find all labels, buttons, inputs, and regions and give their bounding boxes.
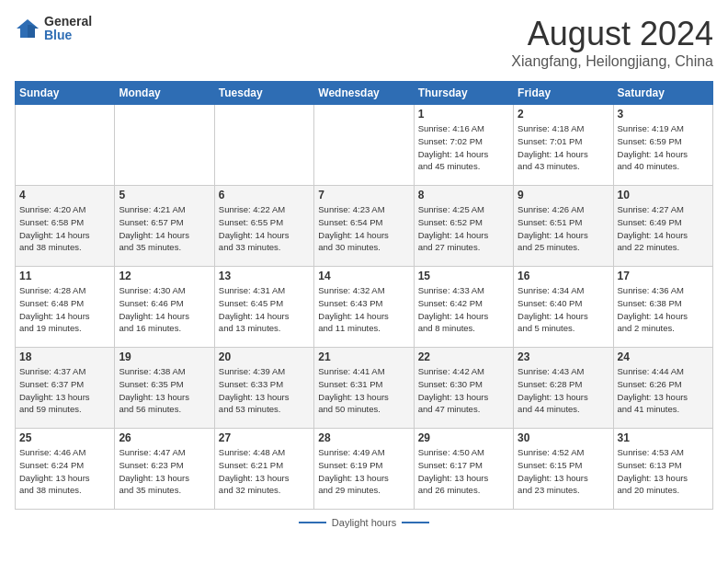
day-info: Sunrise: 4:47 AM Sunset: 6:23 PM Dayligh… (119, 446, 210, 497)
day-info: Sunrise: 4:39 AM Sunset: 6:33 PM Dayligh… (219, 365, 310, 416)
day-number: 16 (518, 270, 609, 282)
calendar-cell: 8Sunrise: 4:25 AM Sunset: 6:52 PM Daylig… (414, 186, 513, 267)
day-info: Sunrise: 4:22 AM Sunset: 6:55 PM Dayligh… (219, 203, 310, 254)
day-info: Sunrise: 4:28 AM Sunset: 6:48 PM Dayligh… (19, 284, 110, 335)
calendar-cell: 18Sunrise: 4:37 AM Sunset: 6:37 PM Dayli… (16, 348, 115, 429)
day-number: 1 (418, 108, 509, 121)
day-info: Sunrise: 4:16 AM Sunset: 7:02 PM Dayligh… (418, 122, 509, 173)
day-info: Sunrise: 4:48 AM Sunset: 6:21 PM Dayligh… (219, 446, 310, 497)
calendar-cell: 15Sunrise: 4:33 AM Sunset: 6:42 PM Dayli… (414, 267, 513, 348)
day-info: Sunrise: 4:50 AM Sunset: 6:17 PM Dayligh… (418, 446, 509, 497)
day-info: Sunrise: 4:53 AM Sunset: 6:13 PM Dayligh… (618, 446, 709, 497)
day-number: 9 (518, 189, 609, 201)
calendar-cell: 16Sunrise: 4:34 AM Sunset: 6:40 PM Dayli… (514, 267, 613, 348)
day-number: 21 (318, 350, 409, 363)
day-number: 23 (518, 350, 609, 363)
calendar-cell: 14Sunrise: 4:32 AM Sunset: 6:43 PM Dayli… (314, 267, 414, 348)
footer-label: Daylight hours (332, 517, 396, 528)
col-header-tuesday: Tuesday (214, 82, 313, 105)
day-number: 6 (219, 189, 310, 201)
calendar-cell: 25Sunrise: 4:46 AM Sunset: 6:24 PM Dayli… (16, 429, 115, 510)
day-number: 26 (119, 431, 210, 444)
calendar-cell: 27Sunrise: 4:48 AM Sunset: 6:21 PM Dayli… (214, 429, 313, 510)
calendar-cell (115, 105, 214, 186)
footer-line (299, 522, 326, 523)
calendar-cell: 10Sunrise: 4:27 AM Sunset: 6:49 PM Dayli… (613, 186, 712, 267)
day-number: 20 (219, 350, 310, 363)
day-number: 8 (418, 189, 509, 201)
calendar-header-row: SundayMondayTuesdayWednesdayThursdayFrid… (16, 82, 713, 105)
calendar-cell: 17Sunrise: 4:36 AM Sunset: 6:38 PM Dayli… (613, 267, 712, 348)
calendar-cell: 19Sunrise: 4:38 AM Sunset: 6:35 PM Dayli… (115, 348, 214, 429)
day-number: 24 (618, 350, 709, 363)
col-header-wednesday: Wednesday (314, 82, 414, 105)
day-info: Sunrise: 4:31 AM Sunset: 6:45 PM Dayligh… (219, 284, 310, 335)
svg-marker-1 (28, 25, 39, 38)
day-info: Sunrise: 4:43 AM Sunset: 6:28 PM Dayligh… (518, 365, 609, 416)
day-info: Sunrise: 4:37 AM Sunset: 6:37 PM Dayligh… (19, 365, 110, 416)
day-number: 30 (518, 431, 609, 444)
calendar-cell: 30Sunrise: 4:52 AM Sunset: 6:15 PM Dayli… (514, 429, 613, 510)
calendar-cell (314, 105, 414, 186)
calendar-cell: 22Sunrise: 4:42 AM Sunset: 6:30 PM Dayli… (414, 348, 513, 429)
calendar-cell: 20Sunrise: 4:39 AM Sunset: 6:33 PM Dayli… (214, 348, 313, 429)
day-number: 18 (19, 350, 110, 363)
calendar-week-row: 4Sunrise: 4:20 AM Sunset: 6:58 PM Daylig… (16, 186, 713, 267)
col-header-friday: Friday (514, 82, 613, 105)
day-number: 14 (318, 270, 409, 282)
day-info: Sunrise: 4:34 AM Sunset: 6:40 PM Dayligh… (518, 284, 609, 335)
day-info: Sunrise: 4:42 AM Sunset: 6:30 PM Dayligh… (418, 365, 509, 416)
calendar-cell: 9Sunrise: 4:26 AM Sunset: 6:51 PM Daylig… (514, 186, 613, 267)
day-info: Sunrise: 4:25 AM Sunset: 6:52 PM Dayligh… (418, 203, 509, 254)
calendar-cell: 29Sunrise: 4:50 AM Sunset: 6:17 PM Dayli… (414, 429, 513, 510)
calendar-cell: 11Sunrise: 4:28 AM Sunset: 6:48 PM Dayli… (16, 267, 115, 348)
day-info: Sunrise: 4:44 AM Sunset: 6:26 PM Dayligh… (618, 365, 709, 416)
footer: Daylight hours (15, 517, 713, 528)
calendar-cell: 6Sunrise: 4:22 AM Sunset: 6:55 PM Daylig… (214, 186, 313, 267)
day-number: 25 (19, 431, 110, 444)
calendar-cell: 26Sunrise: 4:47 AM Sunset: 6:23 PM Dayli… (115, 429, 214, 510)
day-number: 2 (518, 108, 609, 121)
day-number: 10 (618, 189, 709, 201)
day-number: 22 (418, 350, 509, 363)
calendar-cell: 7Sunrise: 4:23 AM Sunset: 6:54 PM Daylig… (314, 186, 414, 267)
location: Xiangfang, Heilongjiang, China (511, 53, 713, 70)
calendar-cell: 13Sunrise: 4:31 AM Sunset: 6:45 PM Dayli… (214, 267, 313, 348)
day-info: Sunrise: 4:41 AM Sunset: 6:31 PM Dayligh… (318, 365, 409, 416)
day-info: Sunrise: 4:19 AM Sunset: 6:59 PM Dayligh… (618, 122, 709, 173)
calendar-cell (16, 105, 115, 186)
day-number: 11 (19, 270, 110, 282)
day-number: 28 (318, 431, 409, 444)
day-info: Sunrise: 4:23 AM Sunset: 6:54 PM Dayligh… (318, 203, 409, 254)
day-info: Sunrise: 4:32 AM Sunset: 6:43 PM Dayligh… (318, 284, 409, 335)
day-number: 12 (119, 270, 210, 282)
calendar-week-row: 1Sunrise: 4:16 AM Sunset: 7:02 PM Daylig… (16, 105, 713, 186)
day-number: 7 (318, 189, 409, 201)
calendar-cell: 1Sunrise: 4:16 AM Sunset: 7:02 PM Daylig… (414, 105, 513, 186)
calendar-cell: 31Sunrise: 4:53 AM Sunset: 6:13 PM Dayli… (613, 429, 712, 510)
calendar-cell: 24Sunrise: 4:44 AM Sunset: 6:26 PM Dayli… (613, 348, 712, 429)
day-info: Sunrise: 4:30 AM Sunset: 6:46 PM Dayligh… (119, 284, 210, 335)
day-info: Sunrise: 4:18 AM Sunset: 7:01 PM Dayligh… (518, 122, 609, 173)
calendar-cell: 28Sunrise: 4:49 AM Sunset: 6:19 PM Dayli… (314, 429, 414, 510)
page-header: General Blue August 2024 Xiangfang, Heil… (15, 15, 713, 70)
calendar-cell: 23Sunrise: 4:43 AM Sunset: 6:28 PM Dayli… (514, 348, 613, 429)
day-info: Sunrise: 4:49 AM Sunset: 6:19 PM Dayligh… (318, 446, 409, 497)
calendar-cell: 12Sunrise: 4:30 AM Sunset: 6:46 PM Dayli… (115, 267, 214, 348)
calendar-cell: 2Sunrise: 4:18 AM Sunset: 7:01 PM Daylig… (514, 105, 613, 186)
day-number: 15 (418, 270, 509, 282)
month-year: August 2024 (511, 15, 713, 53)
calendar-table: SundayMondayTuesdayWednesdayThursdayFrid… (15, 81, 713, 510)
logo: General Blue (15, 15, 92, 43)
day-info: Sunrise: 4:26 AM Sunset: 6:51 PM Dayligh… (518, 203, 609, 254)
day-info: Sunrise: 4:52 AM Sunset: 6:15 PM Dayligh… (518, 446, 609, 497)
day-info: Sunrise: 4:27 AM Sunset: 6:49 PM Dayligh… (618, 203, 709, 254)
calendar-cell: 3Sunrise: 4:19 AM Sunset: 6:59 PM Daylig… (613, 105, 712, 186)
footer-line-2 (402, 522, 429, 523)
day-info: Sunrise: 4:21 AM Sunset: 6:57 PM Dayligh… (119, 203, 210, 254)
day-info: Sunrise: 4:33 AM Sunset: 6:42 PM Dayligh… (418, 284, 509, 335)
logo-icon (15, 16, 40, 41)
calendar-cell: 5Sunrise: 4:21 AM Sunset: 6:57 PM Daylig… (115, 186, 214, 267)
calendar-week-row: 25Sunrise: 4:46 AM Sunset: 6:24 PM Dayli… (16, 429, 713, 510)
day-info: Sunrise: 4:20 AM Sunset: 6:58 PM Dayligh… (19, 203, 110, 254)
